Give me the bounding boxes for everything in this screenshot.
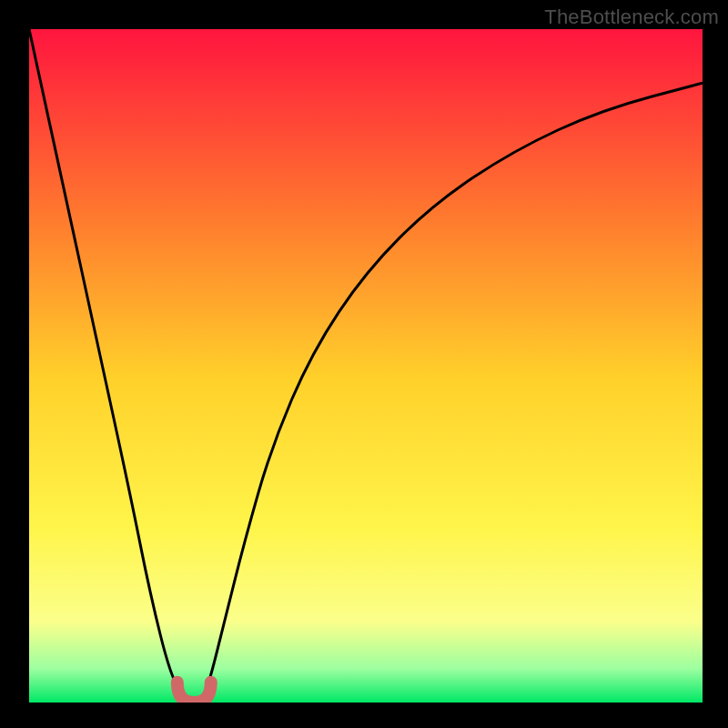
plot-area xyxy=(29,29,703,703)
valley-highlight xyxy=(177,682,211,703)
outer-frame: TheBottleneck.com xyxy=(0,0,728,728)
chart-curve-layer xyxy=(29,29,703,703)
watermark-text: TheBottleneck.com xyxy=(544,5,719,29)
bottleneck-curve xyxy=(29,29,703,699)
